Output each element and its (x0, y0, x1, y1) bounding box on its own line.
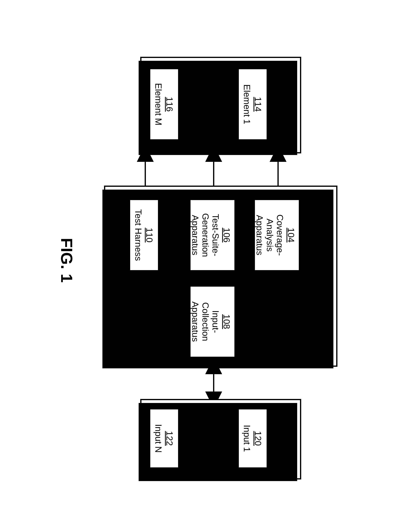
input-collection-line1: Input- (211, 310, 220, 333)
coverage-analysis-block: 104 Coverage- Analysis Apparatus (254, 199, 300, 271)
input-first: 120 Input 1 (238, 408, 268, 469)
coverage-analysis-line1: Coverage- (275, 214, 285, 256)
figure-caption: FIG. 1 (57, 238, 76, 283)
coverage-analysis-line2: Analysis (265, 219, 275, 252)
software-element-first-label: Element 1 (242, 84, 252, 124)
input-set-ref: 118 (284, 432, 294, 446)
input-collection-line2: Collection (200, 302, 210, 341)
input-last: 122 Input N (149, 408, 179, 469)
testing-framework-container: 102 Testing Framework 104 Coverage- Anal… (104, 186, 338, 367)
input-last-label: Input N (154, 424, 163, 453)
coverage-analysis-ref: 104 (286, 228, 296, 242)
test-suite-generation-ref: 106 (221, 228, 232, 242)
software-element-last: 116 Element M (149, 68, 179, 140)
software-element-first-ref: 114 (253, 97, 263, 112)
test-suite-generation-line2: Generation (200, 213, 210, 257)
test-suite-generation-line1: Test-Suite- (211, 214, 220, 256)
input-first-ref: 120 (253, 431, 263, 446)
input-ellipsis (179, 432, 219, 444)
test-suite-generation-line3: Apparatus (190, 215, 200, 255)
testing-framework-ref: 102 (320, 269, 330, 283)
diagram-stage: 112 Software Program 114 Element 1 116 E… (40, 45, 362, 488)
test-harness-block: 110 Test Harness (129, 199, 159, 271)
input-first-label: Input 1 (242, 425, 252, 452)
software-program-container: 112 Software Program 114 Element 1 116 E… (140, 57, 301, 153)
input-set-title: Input Set (273, 421, 283, 457)
software-element-first: 114 Element 1 (238, 68, 268, 140)
software-element-last-label: Element M (154, 83, 163, 125)
coverage-analysis-line3: Apparatus (255, 215, 265, 255)
software-program-title: Software Program (273, 69, 283, 141)
input-set-container: 118 Input Set 120 Input 1 122 Input N (140, 399, 301, 480)
test-harness-line1: Test Harness (133, 209, 143, 261)
software-element-last-ref: 116 (164, 97, 175, 112)
software-program-ref: 112 (284, 98, 294, 112)
input-collection-ref: 108 (221, 314, 232, 329)
input-collection-block: 108 Input- Collection Apparatus (189, 285, 236, 358)
software-ellipsis (179, 98, 219, 110)
test-suite-generation-block: 106 Test-Suite- Generation Apparatus (189, 199, 236, 271)
testing-framework-title: Testing Framework (309, 239, 319, 314)
input-collection-line3: Apparatus (190, 301, 200, 342)
input-last-ref: 122 (164, 431, 175, 446)
test-harness-ref: 110 (144, 228, 154, 242)
